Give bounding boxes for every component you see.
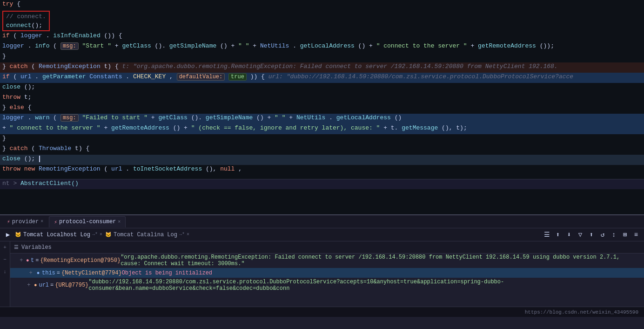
code-line-close-current: close ();	[0, 155, 644, 165]
keyword-try: try	[2, 0, 13, 7]
tab-close-protocol-consumer[interactable]: ×	[118, 219, 121, 225]
code-line-catch1: } catch ( RemotingException t) { t: "org…	[0, 62, 644, 73]
minus-icon[interactable]: −	[1, 255, 9, 264]
expand-url[interactable]: +	[26, 282, 32, 288]
msg-box-info: msg:	[60, 42, 79, 50]
tab-close-tomcat-local[interactable]: ×	[100, 232, 102, 237]
plus-icon[interactable]: +	[1, 243, 9, 252]
breadcrumb-line: nt > AbstractClient()	[0, 179, 644, 189]
variables-title: Variables	[21, 244, 52, 251]
var-row-empty2	[10, 303, 644, 307]
bottom-content: + − ↓ ☰ Variables + ● t = {RemotingExcep…	[0, 241, 644, 307]
filter-icon[interactable]: ▽	[576, 231, 584, 239]
tomcat-catalina-tab[interactable]: 🐱 Tomcat Catalina Log →* ×	[105, 232, 189, 238]
code-line-close3: }	[0, 134, 644, 144]
code-line-if-url: if ( url . getParameter Constants . CHEC…	[0, 73, 644, 83]
msg-box-warn: msg:	[60, 114, 79, 122]
code-area: try { // connect. connect();	[0, 0, 644, 214]
code-line-try: try {	[0, 0, 644, 10]
red-outline-box: // connect. connect();	[2, 11, 50, 31]
expand-this[interactable]: +	[27, 270, 34, 276]
object-being-initialized: Object is being initialized	[122, 270, 212, 276]
code-line-comment: // connect. connect();	[0, 10, 644, 32]
main-layout: try { // connect. connect();	[0, 0, 644, 329]
code-line-catch2: } catch ( Throwable t) {	[0, 144, 644, 155]
status-bar: https://blog.csdn.net/weixin_43495590	[0, 307, 644, 317]
code-line-if-logger: if ( logger . isInfoEnabled ()) {	[0, 32, 644, 42]
expand-icon[interactable]: ↕	[610, 231, 618, 239]
code-line-close2: close ();	[0, 83, 644, 93]
expand-t[interactable]: +	[18, 257, 24, 264]
menu-icon[interactable]: ☰	[543, 231, 551, 239]
cursor	[39, 156, 40, 162]
tab-close-provider[interactable]: ×	[40, 219, 43, 224]
code-line-logger-info: logger . info ( msg: "Start " + getClass…	[0, 42, 644, 52]
upload-icon[interactable]: ⬆	[587, 231, 596, 239]
settings-icon[interactable]: ↺	[598, 231, 607, 239]
variables-header: ☰ Variables	[10, 241, 644, 254]
play-icon[interactable]: ▶	[4, 231, 12, 239]
arrow-icon[interactable]: ↓	[1, 267, 9, 276]
var-row-t[interactable]: + ● t = {RemotingException@7950} "org.ap…	[10, 254, 644, 268]
var-row-url[interactable]: + ● url = {URL@7795} "dubbo://192.168.14…	[10, 278, 644, 293]
connect-call: connect	[6, 22, 32, 29]
blog-url: https://blog.csdn.net/weixin_43495590	[525, 309, 638, 315]
code-line-throw-new: throw new RemotingException ( url . toIn…	[0, 165, 644, 175]
download-icon[interactable]: ⬇	[565, 231, 573, 239]
true-value-box: true	[228, 73, 247, 81]
bottom-panel: ⚡ provider × ⚡ protocol-consumer × ▶ 🐱 T…	[0, 214, 644, 317]
code-line-close1: }	[0, 52, 644, 62]
code-line-warn1: logger . warn ( msg: "Failed to start " …	[0, 114, 644, 124]
comment-connect: // connect.	[6, 13, 46, 20]
tabs-bar: ⚡ provider × ⚡ protocol-consumer ×	[0, 215, 644, 228]
tab-protocol-consumer[interactable]: ⚡ protocol-consumer ×	[49, 216, 126, 227]
code-line-else: } else {	[0, 103, 644, 114]
var-row-empty1	[10, 293, 644, 303]
default-value-box: defaultValue:	[177, 73, 225, 81]
var-row-this[interactable]: + ● this = {NettyClient@7794} Object is …	[10, 268, 644, 278]
tab-close-tomcat-catalina[interactable]: ×	[187, 232, 189, 237]
code-line-throw-t: throw t;	[0, 93, 644, 103]
table-icon[interactable]: ⊞	[621, 231, 629, 239]
left-sidebar-icons: + − ↓	[0, 241, 10, 307]
scroll-up-icon[interactable]: ⬆	[554, 231, 562, 239]
variables-list: ☰ Variables + ● t = {RemotingException@7…	[10, 241, 644, 307]
tomcat-localhost-tab[interactable]: 🐱 Tomcat Localhost Log →* ×	[15, 232, 102, 238]
toolbar-row: ▶ 🐱 Tomcat Localhost Log →* × 🐱 Tomcat C…	[0, 228, 644, 241]
tab-provider[interactable]: ⚡ provider ×	[2, 216, 48, 227]
list-icon[interactable]: ≡	[632, 231, 640, 239]
code-line-warn2: + " connect to the server " + getRemoteA…	[0, 124, 644, 134]
